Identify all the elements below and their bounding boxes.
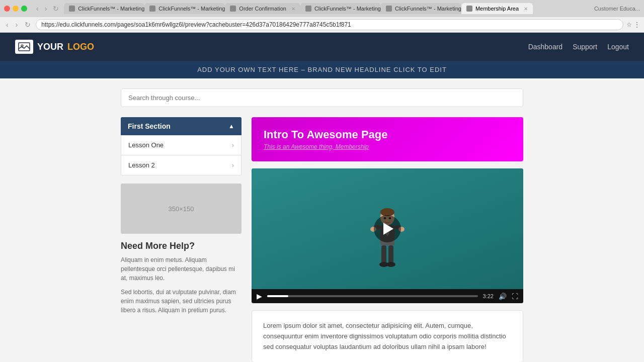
tab-3[interactable]: Order Confirmation ✕ — [225, 3, 300, 14]
headline-text: ADD YOUR OWN TEXT HERE – BRAND NEW HEADL… — [197, 66, 447, 73]
svg-rect-10 — [381, 245, 386, 263]
time-display: 3:22 — [483, 293, 494, 299]
section-label: First Section — [128, 122, 171, 130]
section-header[interactable]: First Section ▲ — [121, 117, 242, 135]
video-play-button[interactable]: ▶ — [257, 292, 262, 300]
intro-box: Intro To Awesome Page This is an Awesome… — [252, 117, 523, 161]
progress-fill — [267, 295, 288, 297]
fullscreen-icon[interactable]: ⛶ — [512, 293, 518, 300]
help-title: Need More Help? — [121, 241, 242, 251]
tab-1[interactable]: ClickFunnels™ - Marketing F... ✕ — [64, 3, 144, 14]
browser-tabs: ClickFunnels™ - Marketing F... ✕ ClickFu… — [64, 3, 587, 14]
header-nav: Dashboard Support Logout — [528, 43, 629, 51]
refresh-nav[interactable]: ↻ — [23, 20, 33, 30]
content-columns: First Section ▲ Lesson One › Lesson 2 › … — [121, 117, 523, 362]
lesson-label-2: Lesson 2 — [128, 161, 155, 169]
lesson-chevron-icon: › — [232, 162, 234, 169]
progress-bar[interactable] — [267, 295, 478, 297]
tab-2[interactable]: ClickFunnels™ - Marketing F... ✕ — [144, 3, 225, 14]
page-wrapper: YOUR LOGO Dashboard Support Logout ADD Y… — [0, 33, 644, 362]
volume-icon[interactable]: 🔊 — [499, 293, 507, 300]
help-section: Need More Help? Aliquam in enim metus. A… — [121, 241, 242, 315]
search-input[interactable] — [121, 88, 523, 107]
logo-icon — [15, 40, 33, 54]
svg-rect-11 — [388, 245, 393, 263]
browser-action-icons: ☆ ⋮ — [626, 21, 640, 28]
ad-dimensions: 350×150 — [169, 205, 194, 213]
tab-close-icon[interactable]: ✕ — [291, 6, 295, 12]
intro-title: Intro To Awesome Page — [264, 128, 511, 141]
tab-6[interactable]: Membership Area ✕ — [461, 3, 533, 14]
tab-favicon — [386, 6, 392, 12]
window-controls — [4, 6, 27, 12]
video-scene — [252, 168, 523, 289]
tab-close-icon[interactable]: ✕ — [524, 6, 528, 12]
tab-favicon — [230, 6, 236, 12]
bookmark-icon[interactable]: ☆ — [626, 21, 632, 28]
video-player: ▶ 3:22 🔊 ⛶ — [252, 168, 523, 303]
site-header: YOUR LOGO Dashboard Support Logout — [0, 33, 644, 61]
tab-label: ClickFunnels™ - Marketing F... — [158, 6, 225, 12]
logout-link[interactable]: Logout — [607, 43, 629, 51]
dashboard-link[interactable]: Dashboard — [528, 43, 563, 51]
logo: YOUR LOGO — [15, 40, 94, 54]
main-area: Intro To Awesome Page This is an Awesome… — [252, 117, 523, 362]
tab-label: ClickFunnels™ - Marketing F... — [78, 6, 144, 12]
tab-favicon — [69, 6, 75, 12]
lesson-item-2[interactable]: Lesson 2 › — [121, 155, 242, 175]
lesson-item-1[interactable]: Lesson One › — [121, 135, 242, 155]
tab-favicon — [149, 6, 155, 12]
title-bar: ‹ › ↻ ClickFunnels™ - Marketing F... ✕ C… — [0, 0, 644, 17]
forward-button[interactable]: › — [43, 4, 49, 14]
tab-label: Order Confirmation — [239, 6, 286, 12]
support-link[interactable]: Support — [573, 43, 597, 51]
main-content: First Section ▲ Lesson One › Lesson 2 › … — [111, 78, 533, 362]
tab-label: ClickFunnels™ - Marketing F... — [395, 6, 461, 12]
refresh-button[interactable]: ↻ — [51, 4, 61, 14]
forward-nav[interactable]: › — [14, 20, 20, 30]
svg-point-13 — [386, 262, 395, 267]
collapse-icon: ▲ — [228, 123, 234, 130]
top-right-label: Customer Educa... — [590, 6, 640, 12]
logo-image-icon — [18, 42, 30, 51]
tab-label: ClickFunnels™ - Marketing F... — [314, 6, 381, 12]
tab-4[interactable]: ClickFunnels™ - Marketing F... ✕ — [300, 3, 381, 14]
sidebar: First Section ▲ Lesson One › Lesson 2 › … — [121, 117, 242, 320]
video-controls: ▶ 3:22 🔊 ⛶ — [252, 289, 523, 303]
logo-your-text: YOUR — [37, 42, 63, 52]
address-bar: ‹ › ↻ ☆ ⋮ — [0, 17, 644, 32]
back-button[interactable]: ‹ — [34, 4, 41, 14]
maximize-button[interactable] — [21, 6, 27, 12]
ad-placeholder: 350×150 — [121, 184, 242, 234]
intro-subtitle: This is an Awesome thing, Membership — [264, 143, 511, 150]
tab-favicon — [305, 6, 311, 12]
help-text-1: Aliquam in enim metus. Aliquam pellentes… — [121, 255, 242, 283]
help-text-2: Sed lobortis, dui at vulputate pulvinar,… — [121, 288, 242, 315]
back-nav[interactable]: ‹ — [4, 20, 11, 30]
settings-icon[interactable]: ⋮ — [634, 21, 640, 28]
play-icon — [383, 223, 393, 235]
headline-banner[interactable]: ADD YOUR OWN TEXT HERE – BRAND NEW HEADL… — [0, 61, 644, 78]
tab-5[interactable]: ClickFunnels™ - Marketing F... ✕ — [381, 3, 461, 14]
play-button[interactable] — [374, 215, 401, 242]
description-text: Lorem ipsum dolor sit amet, consectetur … — [263, 321, 512, 352]
url-bar[interactable] — [36, 19, 623, 30]
lesson-label-1: Lesson One — [128, 141, 164, 149]
browser-nav: ‹ › ↻ — [34, 4, 61, 14]
description-box: Lorem ipsum dolor sit amet, consectetur … — [252, 310, 523, 362]
lesson-chevron-icon: › — [232, 142, 234, 149]
browser-chrome: ‹ › ↻ ClickFunnels™ - Marketing F... ✕ C… — [0, 0, 644, 33]
logo-logo-text: LOGO — [67, 42, 94, 52]
close-button[interactable] — [4, 6, 10, 12]
tab-favicon — [466, 6, 472, 12]
tab-label: Membership Area — [475, 6, 519, 12]
minimize-button[interactable] — [13, 6, 19, 12]
